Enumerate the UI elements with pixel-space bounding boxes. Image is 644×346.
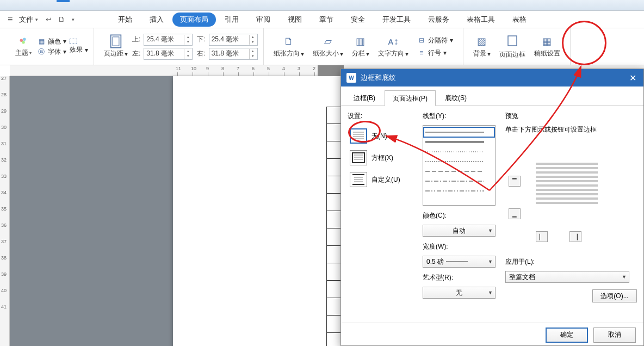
- background-icon: ▨: [474, 35, 490, 48]
- chevron-down-icon: ▼: [488, 259, 493, 264]
- paper-size-icon: ▱: [320, 35, 336, 48]
- art-section-label: 艺术型(R):: [423, 273, 500, 282]
- preview-right-border-button[interactable]: ▕: [569, 231, 581, 242]
- color-icon: ▦: [37, 38, 46, 45]
- tab-cloud[interactable]: 云服务: [419, 11, 458, 28]
- page-margin-button[interactable]: 页边距▾: [100, 35, 132, 58]
- chevron-down-icon: ▾: [29, 51, 32, 55]
- color-combo[interactable]: 自动▼: [423, 225, 496, 237]
- section-break-button[interactable]: ⊟分隔符▾: [417, 36, 453, 45]
- effect-button[interactable]: 效果▾: [70, 45, 88, 54]
- ruler-margin-indicator: [318, 65, 344, 76]
- dialog-tab-border[interactable]: 边框(B): [345, 90, 383, 106]
- setting-none[interactable]: 无(N): [348, 125, 417, 147]
- tab-view[interactable]: 视图: [279, 11, 311, 28]
- cancel-button[interactable]: 取消: [593, 328, 636, 343]
- page-border-icon: [506, 34, 519, 49]
- font-button[interactable]: ⓐ字体▾: [37, 47, 66, 57]
- style-dashdot[interactable]: [424, 177, 494, 186]
- borders-shading-dialog: W 边框和底纹 ✕ 边框(B) 页面边框(P) 底纹(S) 设置: 无(N) 方…: [340, 69, 644, 346]
- tab-insert[interactable]: 插入: [141, 11, 172, 28]
- text-direction-icon: ᴀ↕: [386, 35, 401, 48]
- columns-button[interactable]: ▥分栏▾: [348, 35, 374, 58]
- svg-point-1: [23, 38, 26, 41]
- dialog-tab-shading[interactable]: 底纹(S): [437, 90, 475, 106]
- settings-label: 设置:: [348, 112, 417, 121]
- dialog-title-bar[interactable]: W 边框和底纹 ✕: [341, 69, 643, 86]
- tab-developer[interactable]: 开发工具: [374, 11, 419, 28]
- vertical-ruler: 27 28 29 30 31 32 33 34 35 36 37 38 39 4…: [0, 76, 10, 346]
- quick-access-more-icon[interactable]: ▾: [69, 16, 78, 23]
- theme-button[interactable]: 主题▾: [13, 35, 34, 58]
- ok-button[interactable]: 确定: [546, 328, 588, 343]
- columns-icon: ▥: [353, 35, 368, 48]
- tab-review[interactable]: 审阅: [247, 11, 279, 28]
- file-menu[interactable]: 文件▾: [15, 14, 42, 26]
- hamburger-icon[interactable]: ≡: [8, 15, 13, 24]
- margin-right-input[interactable]: 31.8 毫米▴▾: [209, 48, 258, 60]
- margin-bottom-label: 下:: [197, 35, 205, 44]
- page-border-button[interactable]: 页面边框: [495, 34, 530, 59]
- setting-none-icon: [350, 128, 367, 144]
- close-icon[interactable]: ✕: [622, 73, 643, 83]
- setting-custom-icon: [350, 172, 367, 187]
- main-menu-bar: ≡ 文件▾ ↩ 🗋 ▾ 开始 插入 页面布局 引用 审阅 视图 章节 安全 开发…: [0, 11, 644, 28]
- style-dashed[interactable]: [424, 167, 494, 176]
- art-combo[interactable]: 无▼: [423, 287, 496, 299]
- style-thick[interactable]: [424, 138, 494, 146]
- apply-combo[interactable]: 整篇文档▼: [505, 271, 629, 283]
- chevron-down-icon: ▼: [488, 228, 493, 233]
- manuscript-button[interactable]: ▦稿纸设置: [530, 35, 565, 58]
- dialog-title: 边框和底纹: [361, 73, 396, 83]
- dialog-tabs: 边框(B) 页面边框(P) 底纹(S): [341, 86, 643, 106]
- tab-home[interactable]: 开始: [109, 11, 141, 28]
- apply-section-label: 应用于(L):: [505, 257, 637, 267]
- preview-page[interactable]: [531, 160, 602, 219]
- tab-sections[interactable]: 章节: [311, 11, 342, 28]
- margin-top-label: 上:: [132, 35, 140, 44]
- color-section-label: 颜色(C):: [423, 211, 500, 220]
- setting-box-icon: [350, 150, 367, 165]
- margin-left-input[interactable]: 31.8 毫米▴▾: [144, 48, 193, 60]
- style-label: 线型(Y):: [423, 112, 500, 121]
- menu-undo-icon[interactable]: ↩: [42, 14, 55, 24]
- setting-custom[interactable]: 自定义(U): [348, 169, 417, 190]
- tab-table[interactable]: 表格: [504, 11, 535, 28]
- text-direction-button[interactable]: ᴀ↕文字方向▾: [374, 35, 413, 58]
- width-combo[interactable]: 0.5 磅▼: [423, 256, 496, 268]
- preview-hint: 单击下方图示或按钮可设置边框: [505, 125, 637, 134]
- font-icon: ⓐ: [37, 48, 46, 55]
- app-icon: W: [346, 73, 356, 83]
- color-button[interactable]: ▦颜色▾: [37, 37, 66, 46]
- options-button[interactable]: 选项(O)...: [592, 289, 637, 302]
- margin-left-label: 左:: [132, 49, 140, 58]
- tab-page-layout[interactable]: 页面布局: [172, 13, 216, 27]
- tab-references[interactable]: 引用: [216, 11, 247, 28]
- style-solid[interactable]: [424, 128, 494, 137]
- chevron-down-icon: ▼: [488, 290, 493, 295]
- preview-top-border-button[interactable]: ▔: [509, 176, 521, 187]
- paper-direction-icon: 🗋: [281, 35, 296, 48]
- svg-rect-4: [113, 37, 119, 46]
- menu-save-icon[interactable]: 🗋: [55, 14, 69, 24]
- ribbon: 主题▾ ▦颜色▾ ⓐ字体▾ 效果▾ 页边距▾ 上: 25.4 毫米▴▾ 左: 3…: [0, 28, 644, 65]
- setting-box[interactable]: 方框(X): [348, 147, 417, 169]
- style-dashdotdot[interactable]: [424, 187, 494, 195]
- svg-rect-10: [352, 153, 364, 163]
- margin-top-input[interactable]: 25.4 毫米▴▾: [144, 34, 193, 46]
- paper-direction-button[interactable]: 🗋纸张方向▾: [269, 35, 308, 58]
- style-dotted2[interactable]: [424, 157, 494, 166]
- preview-left-border-button[interactable]: ▏: [536, 231, 548, 242]
- paper-size-button[interactable]: ▱纸张大小▾: [308, 35, 348, 58]
- tab-table-tools[interactable]: 表格工具: [458, 11, 504, 28]
- tab-security[interactable]: 安全: [342, 11, 374, 28]
- line-number-button[interactable]: ≡行号▾: [417, 48, 453, 58]
- rect-select-button[interactable]: [70, 39, 88, 44]
- preview-bottom-border-button[interactable]: ▁: [509, 208, 521, 219]
- style-dotted[interactable]: [424, 147, 494, 156]
- margin-bottom-input[interactable]: 25.4 毫米▴▾: [209, 34, 258, 46]
- line-style-list[interactable]: [423, 125, 496, 206]
- margin-right-label: 右:: [197, 49, 205, 58]
- background-button[interactable]: ▨背景▾: [469, 35, 495, 58]
- dialog-tab-page-border[interactable]: 页面边框(P): [385, 90, 436, 106]
